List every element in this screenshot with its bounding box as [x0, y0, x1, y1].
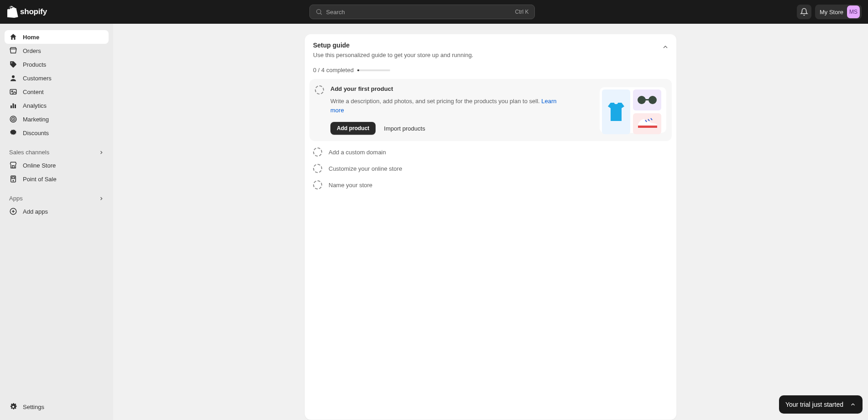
svg-point-3	[12, 75, 15, 78]
content-icon	[9, 88, 17, 96]
discounts-icon	[9, 129, 17, 137]
setup-step-add-product: Add your first product Write a descripti…	[309, 79, 672, 141]
setup-title: Setup guide	[313, 42, 668, 49]
sidebar: Home Orders Products Customers Content A…	[0, 24, 113, 420]
sidebar-item-analytics[interactable]: Analytics	[5, 99, 109, 112]
svg-point-2	[11, 63, 12, 63]
svg-point-20	[638, 96, 646, 104]
svg-point-0	[316, 10, 320, 14]
notifications-button[interactable]	[797, 5, 811, 19]
svg-point-19	[12, 406, 15, 408]
step-title: Customize your online store	[329, 165, 402, 172]
sidebar-item-label: Products	[23, 61, 46, 68]
gear-icon	[9, 403, 17, 411]
store-name-label: My Store	[820, 9, 843, 16]
sales-channels-header[interactable]: Sales channels	[5, 146, 109, 158]
trial-toast-label: Your trial just started	[785, 401, 843, 408]
setup-guide-card: Setup guide Use this personalized guide …	[304, 34, 677, 420]
customers-icon	[9, 74, 17, 82]
sidebar-item-marketing[interactable]: Marketing	[5, 112, 109, 126]
chevron-up-icon	[850, 401, 856, 408]
svg-rect-12	[12, 166, 15, 168]
svg-rect-6	[10, 105, 12, 108]
step-title: Add a custom domain	[329, 149, 386, 156]
analytics-icon	[9, 101, 17, 110]
pos-icon	[9, 175, 17, 183]
progress-bar	[357, 69, 390, 71]
step-title: Name your store	[329, 182, 372, 189]
sidebar-item-pos[interactable]: Point of Sale	[5, 172, 109, 186]
setup-subtitle: Use this personalized guide to get your …	[313, 52, 668, 58]
svg-point-15	[13, 180, 14, 181]
sidebar-item-products[interactable]: Products	[5, 58, 109, 71]
step-title: Add your first product	[330, 85, 593, 92]
trial-toast[interactable]: Your trial just started	[779, 395, 863, 414]
add-product-button[interactable]: Add product	[330, 122, 376, 135]
chevron-right-icon	[99, 150, 104, 155]
chevron-up-icon	[662, 43, 669, 51]
svg-rect-14	[12, 177, 15, 179]
avatar: MS	[847, 5, 860, 18]
sidebar-item-label: Orders	[23, 47, 41, 54]
step-circle-icon	[313, 180, 322, 189]
sidebar-item-label: Discounts	[23, 130, 49, 136]
progress-text: 0 / 4 completed	[313, 67, 354, 74]
bell-icon	[800, 8, 808, 16]
sidebar-item-label: Online Store	[23, 162, 56, 169]
chevron-right-icon	[99, 196, 104, 201]
setup-step-customize-store[interactable]: Customize your online store	[305, 160, 676, 177]
svg-line-1	[320, 13, 322, 15]
step-description: Write a description, add photos, and set…	[330, 97, 563, 115]
step-circle-icon[interactable]	[315, 85, 324, 94]
search-input[interactable]: Search Ctrl K	[309, 5, 535, 19]
sidebar-item-home[interactable]: Home	[5, 30, 109, 44]
collapse-button[interactable]	[662, 43, 669, 52]
sidebar-item-discounts[interactable]: Discounts	[5, 126, 109, 140]
step-circle-icon	[313, 147, 322, 157]
search-shortcut: Ctrl K	[515, 9, 529, 15]
main-content: Setup guide Use this personalized guide …	[113, 24, 868, 420]
products-icon	[9, 60, 17, 68]
sidebar-item-customers[interactable]: Customers	[5, 71, 109, 85]
sidebar-item-settings[interactable]: Settings	[5, 400, 109, 414]
orders-icon	[9, 47, 17, 55]
svg-point-11	[13, 119, 14, 120]
product-illustration	[600, 87, 666, 133]
home-icon	[9, 33, 17, 41]
sidebar-item-label: Home	[23, 34, 39, 41]
online-store-icon	[9, 161, 17, 169]
svg-point-21	[648, 96, 657, 104]
sidebar-item-add-apps[interactable]: Add apps	[5, 205, 109, 218]
apps-header[interactable]: Apps	[5, 192, 109, 205]
shopify-logo[interactable]: shopify	[7, 6, 47, 18]
svg-point-5	[11, 91, 13, 92]
sidebar-item-label: Point of Sale	[23, 176, 57, 183]
sidebar-item-online-store[interactable]: Online Store	[5, 158, 109, 172]
setup-step-custom-domain[interactable]: Add a custom domain	[305, 144, 676, 160]
sidebar-item-content[interactable]: Content	[5, 85, 109, 99]
sidebar-item-orders[interactable]: Orders	[5, 44, 109, 58]
store-menu[interactable]: My Store MS	[815, 5, 862, 19]
marketing-icon	[9, 115, 17, 123]
search-placeholder: Search	[326, 9, 512, 16]
sidebar-item-label: Analytics	[23, 102, 47, 109]
settings-label: Settings	[23, 404, 44, 410]
import-products-button[interactable]: Import products	[384, 125, 425, 132]
svg-rect-8	[15, 105, 16, 108]
sidebar-item-label: Customers	[23, 75, 52, 82]
sidebar-item-label: Marketing	[23, 116, 49, 123]
svg-rect-23	[638, 126, 657, 128]
setup-step-name-store[interactable]: Name your store	[305, 177, 676, 193]
svg-rect-22	[645, 99, 649, 100]
sidebar-item-label: Content	[23, 89, 44, 95]
sidebar-item-label: Add apps	[23, 208, 48, 215]
step-circle-icon	[313, 164, 322, 173]
search-icon	[315, 8, 323, 16]
add-apps-icon	[9, 207, 17, 215]
svg-rect-7	[13, 104, 14, 109]
shopify-bag-icon	[7, 6, 18, 18]
